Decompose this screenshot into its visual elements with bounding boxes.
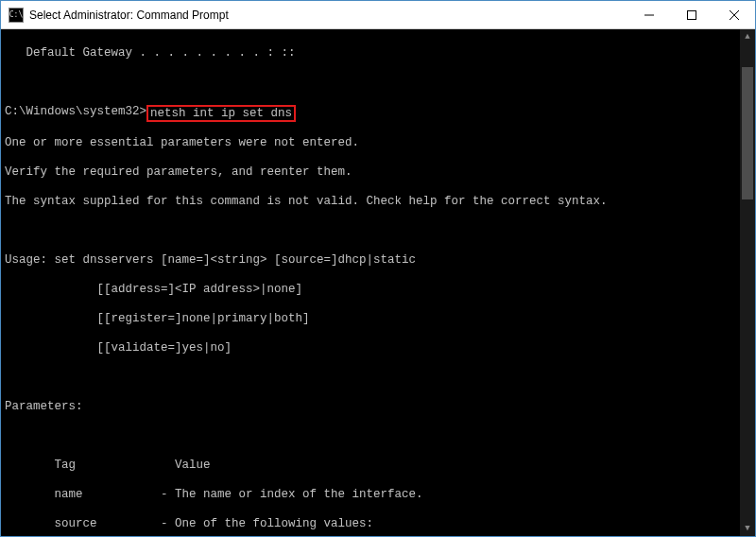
window-controls (627, 1, 755, 28)
cmd-icon: C:\ (9, 8, 24, 23)
output-line: One or more essential parameters were no… (5, 136, 751, 151)
command-prompt-window: C:\ Select Administrator: Command Prompt… (0, 0, 756, 537)
blank-line (5, 429, 751, 444)
output-line: Parameters: (5, 400, 751, 415)
scrollbar[interactable]: ▲ ▼ (740, 29, 755, 536)
svg-rect-1 (687, 10, 696, 19)
output-line: [[validate=]yes|no] (5, 341, 751, 356)
output-line: Default Gateway . . . . . . . . . : :: (5, 46, 751, 61)
window-title: Select Administrator: Command Prompt (29, 9, 627, 22)
command-highlight: netsh int ip set dns (146, 105, 296, 122)
scroll-thumb[interactable] (742, 67, 753, 199)
output-line: source - One of the following values: (5, 517, 751, 532)
output-line: Usage: set dnsservers [name=]<string> [s… (5, 253, 751, 268)
close-icon (730, 10, 739, 20)
maximize-button[interactable] (670, 1, 713, 28)
minimize-icon (644, 10, 654, 20)
titlebar[interactable]: C:\ Select Administrator: Command Prompt (1, 1, 755, 29)
close-button[interactable] (713, 1, 755, 28)
prompt-line: C:\Windows\system32>netsh int ip set dns (5, 105, 751, 122)
blank-line (5, 371, 751, 386)
scroll-up-icon[interactable]: ▲ (740, 29, 755, 44)
minimize-button[interactable] (627, 1, 670, 28)
output-line: Tag Value (5, 459, 751, 474)
scroll-down-icon[interactable]: ▼ (740, 521, 755, 536)
terminal-area[interactable]: Default Gateway . . . . . . . . . : :: C… (1, 29, 755, 536)
output-line: Verify the required parameters, and reen… (5, 165, 751, 181)
output-line: [[address=]<IP address>|none] (5, 283, 751, 298)
output-line: [[register=]none|primary|both] (5, 312, 751, 327)
blank-line (5, 224, 751, 239)
maximize-icon (687, 10, 696, 20)
output-line: The syntax supplied for this command is … (5, 195, 751, 210)
output-line: name - The name or index of the interfac… (5, 488, 751, 503)
prompt: C:\Windows\system32> (5, 105, 146, 120)
blank-line (5, 76, 751, 91)
